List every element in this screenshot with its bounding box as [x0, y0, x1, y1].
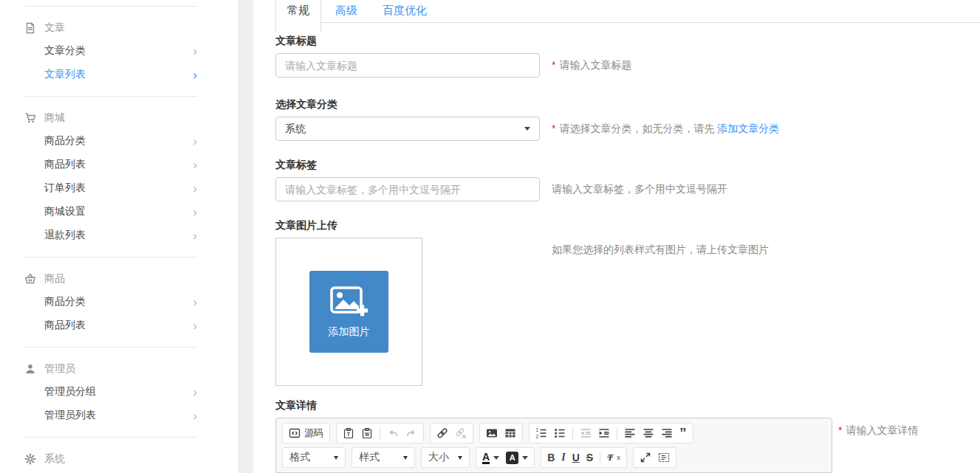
- text-color-button[interactable]: A: [482, 452, 499, 464]
- field-article-detail: 文章详情 源码: [275, 398, 980, 473]
- insert-image-button[interactable]: [486, 427, 498, 439]
- sidebar-section-product: 商品 商品分类 › 商品列表 ›: [24, 257, 197, 347]
- sidebar-item-article-category[interactable]: 文章分类 ›: [24, 39, 197, 63]
- sidebar-item-product-list[interactable]: 商品列表 ›: [24, 314, 197, 337]
- field-hint: 请输入文章标签，多个用中文逗号隔开: [552, 183, 727, 196]
- chevron-right-icon: ›: [193, 135, 197, 148]
- unlink-button[interactable]: [455, 427, 467, 439]
- sidebar-content-gap: [238, 0, 253, 473]
- bold-button[interactable]: B: [547, 452, 555, 463]
- editor-toolbar: 源码 T W: [275, 418, 832, 473]
- field-article-image: 文章图片上传 添加图片: [275, 218, 980, 386]
- field-hint: *请选择文章分类，如无分类，请先 添加文章分类: [552, 122, 779, 136]
- outdent-button[interactable]: [580, 427, 592, 439]
- redo-button[interactable]: [405, 427, 417, 439]
- chevron-right-icon: ›: [193, 296, 197, 308]
- chevron-right-icon: ›: [193, 229, 197, 242]
- chevron-right-icon: ›: [193, 320, 197, 332]
- paste-text-button[interactable]: T: [343, 427, 354, 439]
- article-icon: [24, 22, 36, 34]
- sidebar-section-title: 系统: [44, 452, 65, 466]
- chevron-right-icon: ›: [193, 45, 197, 58]
- sidebar-section-article: 文章 文章分类 › 文章列表 ›: [24, 6, 197, 96]
- unordered-list-button[interactable]: [554, 427, 566, 439]
- sidebar-item-refund-list[interactable]: 退款列表 ›: [24, 224, 197, 247]
- link-button[interactable]: [436, 427, 448, 439]
- unordered-list-icon: [554, 427, 566, 439]
- chevron-right-icon: ›: [193, 159, 197, 171]
- ordered-list-button[interactable]: 12: [535, 427, 547, 439]
- sidebar-section-title: 管理员: [44, 362, 75, 376]
- tab-advanced[interactable]: 高级: [324, 0, 369, 32]
- sidebar-item-product-category[interactable]: 商品分类 ›: [24, 290, 197, 314]
- svg-text:2: 2: [536, 434, 539, 439]
- format-select[interactable]: 格式: [282, 447, 346, 468]
- source-button[interactable]: 源码: [289, 427, 323, 440]
- maximize-button[interactable]: [640, 452, 651, 463]
- field-hint: *请输入文章详情: [838, 424, 918, 438]
- tab-general[interactable]: 常规: [275, 0, 321, 32]
- underline-button[interactable]: U: [572, 452, 580, 463]
- table-icon: [504, 427, 516, 439]
- sidebar-section-header: 管理员: [24, 348, 197, 380]
- paste-word-button[interactable]: W: [361, 427, 373, 439]
- sidebar-section-system: 系统 基本信息 ›: [24, 437, 197, 473]
- sidebar-item-order-list[interactable]: 订单列表 ›: [24, 176, 197, 200]
- add-category-link[interactable]: 添加文章分类: [717, 122, 779, 134]
- tab-bar: 常规 高级 百度优化: [253, 0, 980, 28]
- align-center-button[interactable]: [643, 427, 654, 439]
- sidebar-item-article-list[interactable]: 文章列表 ›: [24, 63, 197, 86]
- add-image-button[interactable]: 添加图片: [309, 271, 388, 353]
- select-caret-icon: [524, 127, 530, 131]
- indent-button[interactable]: [598, 427, 610, 439]
- insert-table-button[interactable]: [504, 427, 516, 439]
- sidebar-section-title: 文章: [44, 21, 65, 35]
- category-select[interactable]: 系统: [275, 117, 540, 141]
- paste-word-icon: W: [361, 427, 373, 439]
- field-article-category: 选择文章分类 系统 *请选择文章分类，如无分类，请先 添加文章分类: [275, 97, 980, 141]
- sidebar-section-header: 文章: [24, 7, 197, 39]
- tab-baidu-seo[interactable]: 百度优化: [371, 0, 438, 32]
- sidebar-item-goods-category[interactable]: 商品分类 ›: [24, 129, 197, 153]
- category-select-value: 系统: [285, 122, 306, 136]
- align-left-icon: [624, 427, 636, 439]
- gear-icon: [24, 453, 36, 465]
- sidebar-item-admin-list[interactable]: 管理员列表 ›: [24, 404, 197, 427]
- background-color-button[interactable]: A: [506, 452, 528, 464]
- remove-format-button[interactable]: Tx: [607, 452, 620, 463]
- style-select[interactable]: 样式: [352, 447, 415, 468]
- chevron-right-icon: ›: [193, 182, 197, 195]
- undo-button[interactable]: [387, 427, 399, 439]
- field-hint: 如果您选择的列表样式有图片，请上传文章图片: [552, 244, 769, 257]
- sidebar-item-label: 管理员列表: [44, 409, 96, 422]
- sidebar-item-label: 文章列表: [44, 68, 86, 81]
- sidebar-item-admin-group[interactable]: 管理员分组 ›: [24, 380, 197, 404]
- sidebar: 文章 文章分类 › 文章列表 › 商城 商品分类 › 商品列表: [0, 0, 238, 473]
- sidebar-item-label: 商品列表: [44, 319, 86, 332]
- sidebar-section-header: 系统: [24, 438, 197, 470]
- sidebar-item-label: 商城设置: [44, 205, 86, 218]
- article-form: 文章标题 *请输入文章标题 选择文章分类 系统 *请选择: [253, 28, 980, 473]
- required-mark: *: [552, 122, 555, 134]
- align-right-button[interactable]: [661, 427, 673, 439]
- combo-caret-icon: [403, 456, 408, 460]
- outdent-icon: [580, 427, 592, 439]
- blockquote-button[interactable]: ”: [679, 429, 687, 438]
- image-upload-box: 添加图片: [275, 238, 422, 386]
- align-center-icon: [643, 427, 654, 439]
- paste-text-icon: T: [343, 427, 354, 439]
- article-title-input[interactable]: [275, 53, 540, 77]
- italic-button[interactable]: I: [561, 452, 565, 463]
- sidebar-section-header: 商品: [24, 258, 197, 290]
- align-left-button[interactable]: [624, 427, 636, 439]
- article-tags-input[interactable]: [275, 177, 540, 201]
- strikethrough-button[interactable]: S: [586, 452, 593, 463]
- sidebar-item-goods-list[interactable]: 商品列表 ›: [24, 153, 197, 176]
- sidebar-item-mall-settings[interactable]: 商城设置 ›: [24, 200, 197, 224]
- sidebar-item-basic-info[interactable]: 基本信息 ›: [24, 470, 197, 473]
- undo-icon: [387, 427, 399, 439]
- required-mark: *: [552, 59, 555, 71]
- size-select[interactable]: 大小: [421, 447, 470, 468]
- chevron-right-icon: ›: [193, 386, 197, 398]
- show-blocks-button[interactable]: [658, 452, 670, 463]
